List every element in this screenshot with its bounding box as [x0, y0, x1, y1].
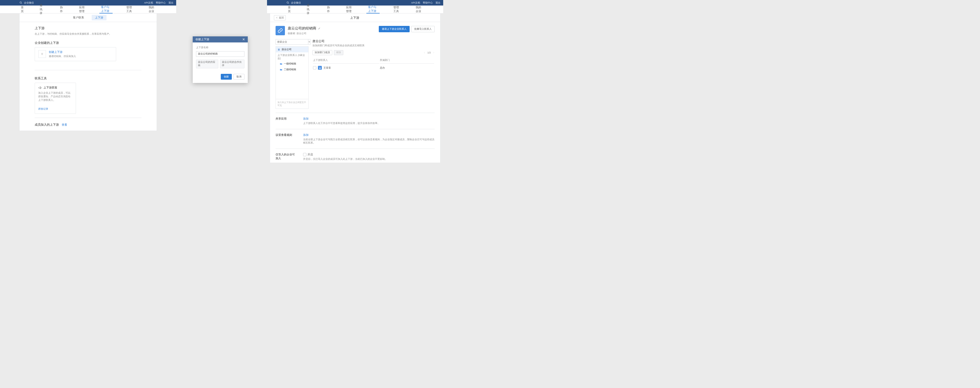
section-created: 企业创建的上下游 — [35, 41, 142, 45]
tree-node-level1[interactable]: 一级经销商 — [276, 61, 308, 67]
link-api[interactable]: API文档 — [144, 1, 153, 5]
share-app-label: 共享应用 — [275, 117, 295, 125]
table-row[interactable]: 王青青 总办 — [313, 64, 434, 71]
link-api[interactable]: API文档 — [411, 1, 420, 5]
svg-line-3 — [288, 3, 289, 4]
create-dialog: 创建上下游 ✕ 上下游名称 唐云公司的供应商 唐云公司的合作伙伴 创建 取消 — [193, 37, 248, 83]
nav-tools[interactable]: 管理工具 — [392, 5, 402, 13]
create-chain-link[interactable]: 创建上下游 — [49, 50, 76, 54]
frame-detail: 企业微信 API文档 帮助中心 退出 首页 通讯录 协作 应用管理 客户与上下游… — [267, 0, 443, 163]
nav-my-company[interactable]: 我的企业 — [414, 5, 424, 13]
view-rules-add-link[interactable]: 添加 — [303, 133, 435, 137]
share-app-add-link[interactable]: 添加 — [303, 117, 380, 121]
chain-name-input[interactable] — [196, 51, 245, 57]
remove-button[interactable]: 移除 — [334, 50, 343, 55]
nav-apps[interactable]: 应用管理 — [77, 5, 87, 13]
add-org-button[interactable]: + — [308, 39, 310, 45]
brand: 企业微信 — [19, 1, 144, 5]
contacts-table: 上下游联系人 所属部门 王青青 总办 — [312, 57, 435, 72]
nav-my-company[interactable]: 我的企业 — [147, 5, 157, 13]
nav-customer[interactable]: 客户与上下游 — [366, 5, 380, 13]
contact-name: 王青青 — [323, 66, 331, 70]
topbar-links: API文档 帮助中心 退出 — [411, 1, 441, 5]
dialog-cancel-button[interactable]: 取消 — [234, 74, 245, 80]
contacts-column: 唐云公司 添加的部门和成员可与其他企业的成员互相联系 添加部门/成员 移除 1/… — [312, 39, 435, 109]
folder-icon — [280, 68, 282, 71]
section-joined: 成员加入的上下游 查看 — [19, 118, 157, 131]
nav-contacts[interactable]: 通讯录 — [305, 5, 313, 13]
link-help[interactable]: 帮助中心 — [423, 1, 433, 5]
only-imported-note: 开启后，仅已导入企业的成员可加入此上下游，当前已加入的企业不受影响。 — [303, 158, 387, 161]
org-tree: 唐云公司 上下游企业联系人 (0家企业) 一级经销商 二级经销商 加入到上下游企 — [275, 46, 309, 109]
suggestion-partner[interactable]: 唐云公司的合作伙伴 — [220, 59, 245, 68]
search-input[interactable] — [275, 39, 308, 45]
tool-desc: 加入企业上下游的成员，可以群发通知、产品动态等消息给上下游联系人。 — [38, 91, 72, 102]
nav-home[interactable]: 首页 — [19, 5, 26, 13]
joined-heading: 成员加入的上下游 — [35, 123, 59, 126]
dialog-header: 创建上下游 ✕ — [193, 37, 248, 42]
tree-root[interactable]: 唐云公司 — [276, 46, 308, 53]
groupcast-card[interactable]: 上下游群发 加入企业上下游的成员，可以群发通知、产品动态等消息给上下游联系人。 … — [35, 83, 76, 114]
col-dept: 所属部门 — [380, 57, 434, 64]
selected-org-name: 唐云公司 — [312, 39, 435, 43]
edit-icon[interactable] — [318, 27, 321, 30]
add-member-button[interactable]: 添加部门/成员 — [312, 50, 332, 55]
detail-panel: 返回 上下游 唐云公司的经销商 创建者: 唐云公司 邀请上下游企业联系人 — [270, 13, 441, 163]
nav: 首页 通讯录 协作 应用管理 客户与上下游 管理工具 我的企业 — [0, 5, 176, 13]
only-imported-toggle[interactable]: 开启 — [303, 153, 387, 156]
search-icon — [286, 1, 290, 5]
subtab-customer-contact[interactable]: 客户联系 — [70, 15, 87, 21]
megaphone-icon — [38, 86, 42, 89]
chevron-left-icon — [276, 16, 278, 19]
back-button[interactable]: 返回 — [274, 15, 286, 21]
subtab-supply-chain[interactable]: 上下游 — [92, 15, 107, 21]
svg-line-1 — [21, 3, 22, 4]
brand-text: 企业微信 — [24, 1, 34, 5]
chain-header: 唐云公司的经销商 创建者: 唐云公司 邀请上下游企业联系人 批量导入联系人 — [275, 26, 435, 35]
dialog-ok-button[interactable]: 创建 — [221, 74, 232, 80]
selected-org-desc: 添加的部门和成员可与其他企业的成员互相联系 — [312, 44, 435, 47]
tools-heading: 联系工具 — [35, 76, 142, 80]
col-contact: 上下游联系人 — [313, 57, 379, 64]
folder-icon — [280, 62, 282, 65]
avatar — [318, 66, 322, 70]
joined-view-link[interactable]: 查看 — [62, 123, 67, 126]
only-imported-label: 仅导入的企业可加入 — [275, 153, 295, 161]
nav-tools[interactable]: 管理工具 — [125, 5, 135, 13]
close-icon[interactable]: ✕ — [242, 37, 245, 42]
invite-button[interactable]: 邀请上下游企业联系人 — [379, 26, 410, 32]
tree-section-label: 上下游企业联系人 (0家企业) — [276, 53, 308, 61]
building-icon — [277, 48, 280, 51]
link-logout[interactable]: 退出 — [169, 1, 173, 5]
nav-collab[interactable]: 协作 — [325, 5, 332, 13]
tree-node-level2[interactable]: 二级经销商 — [276, 67, 308, 72]
field-label: 上下游名称 — [196, 46, 245, 49]
tool-history-link[interactable]: 群发记录 — [38, 107, 72, 111]
chevron-right-icon[interactable] — [433, 51, 435, 54]
pager-text: 1/2 — [427, 51, 431, 54]
create-card[interactable]: + 创建上下游 邀请经销商、供应商加入 — [35, 47, 116, 61]
plus-icon: + — [38, 50, 46, 58]
dialog-title: 创建上下游 — [196, 37, 209, 42]
contact-dept: 总办 — [380, 64, 434, 71]
row-checkbox[interactable] — [313, 66, 316, 69]
link-icon — [277, 28, 283, 34]
nav-collab[interactable]: 协作 — [58, 5, 65, 13]
nav-home[interactable]: 首页 — [286, 5, 293, 13]
settings: 共享应用 添加 上下游联系人在工作台中可查看和使用这些应用，提升业务协作效率。 … — [275, 113, 435, 163]
section-intro: 上下游 在上下游，与经销商、供应商等业务伙伴直接联系，共享应用与客户。 企业创建… — [19, 22, 157, 70]
nav-customer[interactable]: 客户与上下游 — [99, 5, 113, 13]
tool-title: 上下游群发 — [43, 86, 57, 89]
chevron-left-icon[interactable] — [423, 51, 426, 54]
nav-apps[interactable]: 应用管理 — [344, 5, 354, 13]
import-button[interactable]: 批量导入联系人 — [411, 26, 435, 32]
view-rules-label: 设置查看规则 — [275, 133, 295, 145]
svg-rect-4 — [278, 48, 280, 50]
nav-contacts[interactable]: 通讯录 — [38, 5, 46, 13]
link-help[interactable]: 帮助中心 — [156, 1, 166, 5]
suggestion-supplier[interactable]: 唐云公司的供应商 — [196, 59, 218, 68]
topbar: 企业微信 API文档 帮助中心 退出 — [0, 0, 176, 5]
org-tree-column: + 唐云公司 上下游企业联系人 (0家企业) 一级经销商 — [275, 39, 309, 109]
link-logout[interactable]: 退出 — [436, 1, 441, 5]
person-icon — [319, 67, 321, 69]
